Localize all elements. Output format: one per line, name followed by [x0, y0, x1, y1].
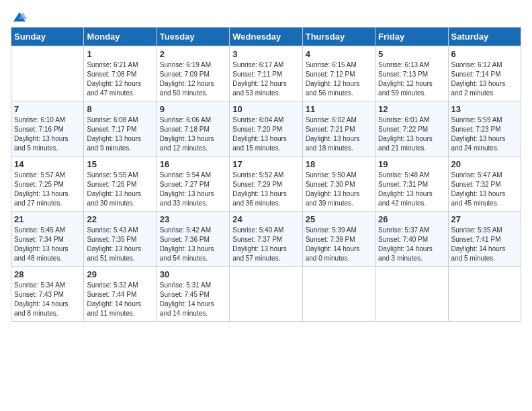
calendar-cell: 2Sunrise: 6:19 AMSunset: 7:09 PMDaylight… — [157, 46, 229, 101]
day-number: 16 — [160, 159, 226, 169]
day-number: 21 — [14, 214, 81, 224]
col-header-wednesday: Wednesday — [230, 28, 302, 46]
calendar-cell: 26Sunrise: 5:37 AMSunset: 7:40 PMDayligh… — [375, 212, 448, 267]
calendar-cell: 13Sunrise: 5:59 AMSunset: 7:23 PMDayligh… — [448, 101, 521, 156]
calendar-week-3: 14Sunrise: 5:57 AMSunset: 7:25 PMDayligh… — [11, 156, 521, 212]
day-info: Sunrise: 5:54 AMSunset: 7:27 PMDaylight:… — [160, 171, 226, 208]
calendar-cell: 14Sunrise: 5:57 AMSunset: 7:25 PMDayligh… — [11, 156, 84, 212]
day-number: 11 — [306, 104, 372, 114]
calendar-cell: 25Sunrise: 5:39 AMSunset: 7:39 PMDayligh… — [302, 212, 375, 267]
day-info: Sunrise: 6:12 AMSunset: 7:14 PMDaylight:… — [451, 60, 518, 98]
day-info: Sunrise: 5:59 AMSunset: 7:23 PMDaylight:… — [451, 116, 518, 153]
calendar-cell: 24Sunrise: 5:40 AMSunset: 7:37 PMDayligh… — [230, 212, 302, 267]
calendar-cell: 17Sunrise: 5:52 AMSunset: 7:29 PMDayligh… — [230, 156, 302, 212]
calendar-cell: 28Sunrise: 5:34 AMSunset: 7:43 PMDayligh… — [11, 267, 84, 322]
day-info: Sunrise: 5:45 AMSunset: 7:34 PMDaylight:… — [14, 226, 81, 263]
calendar-cell — [448, 267, 521, 322]
day-number: 18 — [306, 159, 372, 169]
day-number: 3 — [232, 49, 299, 59]
day-number: 24 — [232, 214, 299, 224]
day-number: 12 — [378, 104, 445, 114]
calendar-cell: 27Sunrise: 5:35 AMSunset: 7:41 PMDayligh… — [448, 212, 521, 267]
col-header-monday: Monday — [84, 28, 157, 46]
calendar-header-row: SundayMondayTuesdayWednesdayThursdayFrid… — [11, 28, 521, 46]
calendar-week-1: 1Sunrise: 6:21 AMSunset: 7:08 PMDaylight… — [11, 46, 521, 101]
day-number: 8 — [87, 104, 153, 114]
day-number: 6 — [451, 49, 518, 59]
day-number: 30 — [160, 269, 226, 279]
col-header-tuesday: Tuesday — [157, 28, 229, 46]
day-info: Sunrise: 6:01 AMSunset: 7:22 PMDaylight:… — [378, 116, 445, 153]
day-info: Sunrise: 6:13 AMSunset: 7:13 PMDaylight:… — [378, 60, 445, 98]
day-number: 23 — [160, 214, 226, 224]
calendar-cell: 15Sunrise: 5:55 AMSunset: 7:26 PMDayligh… — [84, 156, 157, 212]
calendar-cell: 6Sunrise: 6:12 AMSunset: 7:14 PMDaylight… — [448, 46, 521, 101]
calendar-cell — [230, 267, 302, 322]
day-number: 5 — [378, 49, 445, 59]
day-number: 10 — [232, 104, 299, 114]
day-info: Sunrise: 5:40 AMSunset: 7:37 PMDaylight:… — [232, 226, 299, 263]
calendar-cell: 11Sunrise: 6:02 AMSunset: 7:21 PMDayligh… — [302, 101, 375, 156]
calendar-cell: 12Sunrise: 6:01 AMSunset: 7:22 PMDayligh… — [375, 101, 448, 156]
day-info: Sunrise: 6:06 AMSunset: 7:18 PMDaylight:… — [160, 116, 226, 153]
col-header-thursday: Thursday — [302, 28, 375, 46]
day-number: 26 — [378, 214, 445, 224]
calendar-cell: 5Sunrise: 6:13 AMSunset: 7:13 PMDaylight… — [375, 46, 448, 101]
col-header-saturday: Saturday — [448, 28, 521, 46]
calendar-week-5: 28Sunrise: 5:34 AMSunset: 7:43 PMDayligh… — [11, 267, 521, 322]
day-info: Sunrise: 5:52 AMSunset: 7:29 PMDaylight:… — [232, 171, 299, 208]
day-number: 4 — [306, 49, 372, 59]
day-number: 13 — [451, 104, 518, 114]
calendar-cell: 4Sunrise: 6:15 AMSunset: 7:12 PMDaylight… — [302, 46, 375, 101]
logo — [11, 11, 27, 19]
calendar-cell: 30Sunrise: 5:31 AMSunset: 7:45 PMDayligh… — [157, 267, 229, 322]
day-info: Sunrise: 5:34 AMSunset: 7:43 PMDaylight:… — [14, 281, 81, 318]
day-number: 20 — [451, 159, 518, 169]
calendar-table: SundayMondayTuesdayWednesdayThursdayFrid… — [11, 27, 521, 322]
day-info: Sunrise: 6:19 AMSunset: 7:09 PMDaylight:… — [160, 60, 226, 98]
day-info: Sunrise: 6:02 AMSunset: 7:21 PMDaylight:… — [306, 116, 372, 153]
calendar-cell — [11, 46, 84, 101]
calendar-cell: 29Sunrise: 5:32 AMSunset: 7:44 PMDayligh… — [84, 267, 157, 322]
calendar-cell: 1Sunrise: 6:21 AMSunset: 7:08 PMDaylight… — [84, 46, 157, 101]
day-info: Sunrise: 6:04 AMSunset: 7:20 PMDaylight:… — [232, 116, 299, 153]
calendar-cell: 10Sunrise: 6:04 AMSunset: 7:20 PMDayligh… — [230, 101, 302, 156]
day-info: Sunrise: 6:15 AMSunset: 7:12 PMDaylight:… — [306, 60, 372, 98]
calendar-cell — [302, 267, 375, 322]
calendar-cell: 21Sunrise: 5:45 AMSunset: 7:34 PMDayligh… — [11, 212, 84, 267]
day-number: 1 — [87, 49, 153, 59]
logo-icon — [12, 11, 27, 23]
col-header-friday: Friday — [375, 28, 448, 46]
day-info: Sunrise: 5:31 AMSunset: 7:45 PMDaylight:… — [160, 281, 226, 318]
calendar-cell: 18Sunrise: 5:50 AMSunset: 7:30 PMDayligh… — [302, 156, 375, 212]
day-number: 9 — [160, 104, 226, 114]
calendar-cell: 22Sunrise: 5:43 AMSunset: 7:35 PMDayligh… — [84, 212, 157, 267]
day-info: Sunrise: 5:39 AMSunset: 7:39 PMDaylight:… — [306, 226, 372, 263]
day-number: 2 — [160, 49, 226, 59]
day-info: Sunrise: 5:37 AMSunset: 7:40 PMDaylight:… — [378, 226, 445, 263]
day-number: 19 — [378, 159, 445, 169]
calendar-week-4: 21Sunrise: 5:45 AMSunset: 7:34 PMDayligh… — [11, 212, 521, 267]
calendar-cell: 23Sunrise: 5:42 AMSunset: 7:36 PMDayligh… — [157, 212, 229, 267]
day-number: 27 — [451, 214, 518, 224]
day-number: 17 — [232, 159, 299, 169]
day-info: Sunrise: 6:17 AMSunset: 7:11 PMDaylight:… — [232, 60, 299, 98]
day-number: 29 — [87, 269, 153, 279]
day-info: Sunrise: 5:42 AMSunset: 7:36 PMDaylight:… — [160, 226, 226, 263]
day-info: Sunrise: 5:57 AMSunset: 7:25 PMDaylight:… — [14, 171, 81, 208]
day-number: 7 — [14, 104, 81, 114]
day-info: Sunrise: 5:50 AMSunset: 7:30 PMDaylight:… — [306, 171, 372, 208]
calendar-cell: 9Sunrise: 6:06 AMSunset: 7:18 PMDaylight… — [157, 101, 229, 156]
calendar-cell: 7Sunrise: 6:10 AMSunset: 7:16 PMDaylight… — [11, 101, 84, 156]
day-info: Sunrise: 5:48 AMSunset: 7:31 PMDaylight:… — [378, 171, 445, 208]
page-header — [11, 11, 521, 19]
day-info: Sunrise: 6:21 AMSunset: 7:08 PMDaylight:… — [87, 60, 153, 98]
calendar-cell: 3Sunrise: 6:17 AMSunset: 7:11 PMDaylight… — [230, 46, 302, 101]
day-number: 28 — [14, 269, 81, 279]
day-info: Sunrise: 5:55 AMSunset: 7:26 PMDaylight:… — [87, 171, 153, 208]
day-info: Sunrise: 5:35 AMSunset: 7:41 PMDaylight:… — [451, 226, 518, 263]
day-number: 15 — [87, 159, 153, 169]
day-number: 22 — [87, 214, 153, 224]
calendar-week-2: 7Sunrise: 6:10 AMSunset: 7:16 PMDaylight… — [11, 101, 521, 156]
day-info: Sunrise: 5:43 AMSunset: 7:35 PMDaylight:… — [87, 226, 153, 263]
